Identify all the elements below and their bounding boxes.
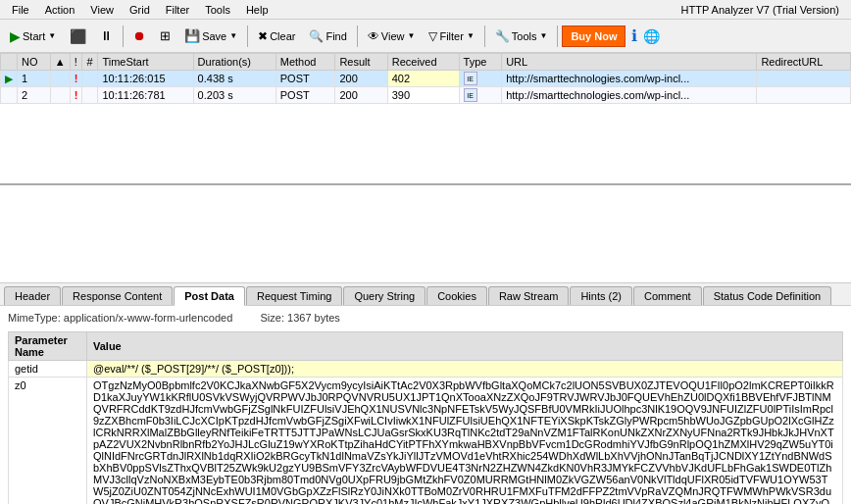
col-method[interactable]: Method (275, 54, 335, 71)
save-button[interactable]: 💾 Save ▼ (178, 24, 243, 49)
tab-header[interactable]: Header (4, 286, 61, 305)
save-dropdown-arrow: ▼ (229, 31, 237, 40)
tab-post-data[interactable]: Post Data (174, 286, 245, 306)
param-row: getid @eval/**/ ($_POST[29]/**/ ($_POST[… (9, 361, 843, 378)
start-button[interactable]: ▶ Start ▼ (4, 24, 62, 49)
col-redirect[interactable]: RedirectURL (757, 54, 851, 71)
param-name: z0 (9, 378, 87, 505)
traffic-row[interactable]: ▶ 1 ! 10:11:26:015 0.438 s POST 200 402 … (1, 71, 851, 87)
col-arrow[interactable] (1, 54, 18, 71)
row-hash (82, 87, 98, 104)
col-duration[interactable]: Duration(s) (193, 54, 275, 71)
col-type[interactable]: Type (459, 54, 502, 71)
sep3 (357, 25, 358, 47)
col-flag[interactable]: ! (70, 54, 82, 71)
view-dropdown-arrow: ▼ (408, 31, 416, 40)
row-sort (50, 71, 70, 87)
row-url: http://smarttechnologies.com/wp-incl... (502, 87, 757, 104)
mime-label: MimeType: (8, 312, 61, 324)
col-received[interactable]: Received (387, 54, 459, 71)
clear-icon: ✖ (258, 29, 268, 43)
sep1 (123, 25, 124, 47)
menu-tools[interactable]: Tools (197, 2, 238, 18)
tools-button[interactable]: 🔧 Tools ▼ (489, 24, 554, 49)
record-button[interactable]: ⏺ (127, 24, 152, 49)
find-button[interactable]: 🔍 Find (303, 24, 352, 49)
view-icon: 👁 (368, 29, 379, 43)
filter-dropdown-arrow: ▼ (467, 31, 475, 40)
col-no[interactable]: NO (18, 54, 51, 71)
grid-icon: ⊞ (160, 28, 171, 43)
col-result[interactable]: Result (335, 54, 387, 71)
find-label: Find (325, 30, 346, 42)
tab-status-code-definition[interactable]: Status Code Definition (703, 286, 831, 305)
row-hash (82, 71, 98, 87)
traffic-row[interactable]: 2 ! 10:11:26:781 0.203 s POST 200 390 IE… (1, 87, 851, 104)
row-duration: 0.438 s (193, 71, 275, 87)
empty-area (0, 185, 851, 283)
col-url[interactable]: URL (502, 54, 757, 71)
start-dropdown-arrow: ▼ (48, 31, 56, 40)
lower-section: HeaderResponse ContentPost DataRequest T… (0, 283, 851, 504)
row-url: http://smarttechnologies.com/wp-incl... (502, 71, 757, 87)
menu-help[interactable]: Help (238, 2, 276, 18)
record-icon: ⏺ (133, 28, 146, 43)
clear-button[interactable]: ✖ Clear (252, 24, 301, 49)
buynow-button[interactable]: Buy Now (562, 25, 626, 47)
menu-action[interactable]: Action (37, 2, 83, 18)
filter-button[interactable]: ▽ Filter ▼ (423, 24, 479, 49)
params-col-name: Parameter Name (9, 332, 87, 361)
pause-button[interactable]: ⏸ (94, 24, 119, 49)
row-redirect (757, 71, 851, 87)
row-result: 200 (335, 87, 387, 104)
row-arrow (1, 87, 18, 104)
mime-value: application/x-www-form-urlencoded (64, 312, 232, 324)
tab-query-string[interactable]: Query String (343, 286, 426, 305)
save-label: Save (202, 30, 226, 42)
tab-strip: HeaderResponse ContentPost DataRequest T… (0, 283, 851, 306)
tab-cookies[interactable]: Cookies (426, 286, 487, 305)
row-method: POST (275, 71, 335, 87)
row-flag: ! (70, 71, 82, 87)
col-hash[interactable]: # (82, 54, 98, 71)
tab-request-timing[interactable]: Request Timing (246, 286, 342, 305)
row-no: 2 (18, 87, 51, 104)
col-timestart[interactable]: TimeStart (98, 54, 193, 71)
col-sort[interactable]: ▲ (50, 54, 70, 71)
size-value: 1367 bytes (287, 312, 340, 324)
sep2 (247, 25, 248, 47)
tools-label: Tools (512, 30, 537, 42)
sep4 (484, 25, 485, 47)
row-type: IE (459, 87, 502, 104)
tab-response-content[interactable]: Response Content (62, 286, 173, 305)
menubar: File Action View Grid Filter Tools Help … (0, 0, 851, 20)
row-arrow: ▶ (1, 71, 18, 87)
sep5 (557, 25, 558, 47)
menu-filter[interactable]: Filter (158, 2, 197, 18)
toolbar: ▶ Start ▼ ⬛ ⏸ ⏺ ⊞ 💾 Save ▼ ✖ Clear 🔍 Fin… (0, 20, 851, 53)
tab-hints-2[interactable]: Hints (2) (570, 286, 632, 305)
web-icon[interactable]: 🌐 (643, 28, 660, 44)
filter-icon: ▽ (428, 29, 437, 43)
grid-button[interactable]: ⊞ (154, 24, 176, 49)
traffic-pane: NO ▲ ! # TimeStart Duration(s) Method Re… (0, 53, 851, 185)
play-icon: ▶ (10, 28, 21, 44)
row-timestart: 10:11:26:015 (98, 71, 193, 87)
info-icon[interactable]: ℹ (631, 26, 637, 45)
row-sort (50, 87, 70, 104)
params-table: Parameter Name Value getid @eval/**/ ($_… (8, 331, 843, 504)
row-received: 390 (387, 87, 459, 104)
menu-grid[interactable]: Grid (122, 2, 158, 18)
tab-raw-stream[interactable]: Raw Stream (488, 286, 570, 305)
row-redirect (757, 87, 851, 104)
tab-comment[interactable]: Comment (633, 286, 702, 305)
menu-file[interactable]: File (4, 2, 37, 18)
param-value: OTgzNzMyO0Bpbmlfc2V0KCJkaXNwbGF5X2Vycm9y… (87, 378, 843, 505)
view-button[interactable]: 👁 View ▼ (362, 24, 422, 49)
menu-view[interactable]: View (82, 2, 122, 18)
param-row: z0 OTgzNzMyO0Bpbmlfc2V0KCJkaXNwbGF5X2Vyc… (9, 378, 843, 505)
detail-meta: MimeType: application/x-www-form-urlenco… (8, 310, 843, 326)
save-icon: 💾 (184, 28, 200, 43)
row-flag: ! (70, 87, 82, 104)
stop-button[interactable]: ⬛ (64, 24, 92, 49)
